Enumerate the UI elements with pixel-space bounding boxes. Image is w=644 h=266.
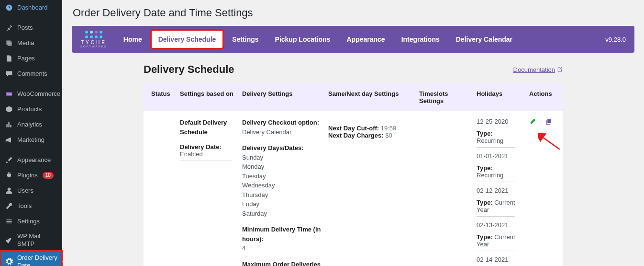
sidebar-label: Users [17,187,33,195]
plug-icon [5,171,13,180]
megaphone-icon [5,136,13,144]
pin-icon [5,23,13,32]
box-icon [5,105,13,114]
th-timeslots: Timeslots Settings [416,90,474,104]
annotation-arrow [538,133,563,154]
svg-point-2 [8,188,11,191]
cell-holidays: 12-25-2020 Type:Recurring 01-01-2021 Typ… [474,118,526,263]
svg-line-3 [541,136,560,150]
page-icon [5,54,13,63]
sidebar-label: Order Delivery Date [17,254,58,266]
gear-icon [5,257,13,266]
sidebar-label: Media [17,39,34,47]
sidebar-item-woocommerce[interactable]: wooWooCommerce [0,86,62,102]
sidebar-label: Comments [17,70,47,78]
cell-delivery-settings: Delivery Checkout option:Delivery Calend… [239,118,325,266]
comment-icon [5,69,13,78]
sidebar-item-tools[interactable]: Tools [0,198,62,214]
external-link-icon [557,67,563,72]
th-settings-based-on: Settings based on [177,90,239,104]
sidebar-item-analytics[interactable]: Analytics [0,117,62,132]
cell-status: - [148,118,177,125]
sidebar-item-settings[interactable]: Settings [0,214,62,229]
tab-delivery-calendar[interactable]: Delivery Calendar [449,31,519,48]
brush-icon [5,156,13,164]
tab-delivery-schedule[interactable]: Delivery Schedule [152,31,223,48]
version-text: v9.28.0 [605,36,626,43]
th-actions: Actions [526,90,563,104]
update-badge: 10 [43,172,54,179]
sidebar-label: Settings [17,218,40,225]
tab-settings[interactable]: Settings [225,31,265,48]
edit-icon[interactable] [529,118,536,127]
bird-icon [5,236,13,244]
dashboard-icon [5,3,13,12]
user-icon [5,186,13,195]
sidebar-item-pages[interactable]: Pages [0,51,62,66]
sidebar-label: Appearance [17,156,51,164]
sidebar-label: WooCommerce [17,90,60,98]
sidebar-item-order-delivery-date[interactable]: Order Delivery Date [0,251,62,266]
woo-icon: woo [5,90,13,98]
tyche-logo: TYCHE SOFTWARES [80,31,107,48]
th-holidays: Holidays [474,90,526,104]
sidebar-item-comments[interactable]: Comments [0,66,62,81]
tab-integrations[interactable]: Integrations [395,31,446,48]
table-row: - Default Delivery Schedule Delivery Dat… [144,111,563,266]
tab-appearance[interactable]: Appearance [340,31,391,48]
sidebar-item-media[interactable]: Media [0,35,62,51]
th-delivery-settings: Delivery Settings [239,90,325,104]
sliders-icon [5,217,13,226]
documentation-link[interactable]: Documentation [513,66,563,73]
sidebar-label: Dashboard [17,4,48,12]
sidebar-label: Posts [17,24,33,32]
cell-timeslots [416,118,474,121]
sidebar-item-dashboard[interactable]: Dashboard [0,0,62,15]
media-icon [5,39,13,47]
sidebar-label: Pages [17,55,35,62]
wrench-icon [5,202,13,210]
cell-settings-based-on: Default Delivery Schedule Delivery Date:… [177,118,239,161]
schedule-table: Status Settings based on Delivery Settin… [144,83,563,266]
svg-text:woo: woo [6,93,11,95]
sidebar-item-marketing[interactable]: Marketing [0,132,62,148]
sidebar-label: Analytics [17,121,42,128]
plugin-topbar: TYCHE SOFTWARES Home Delivery Schedule S… [72,26,634,53]
content-area: Order Delivery Date and Time Settings TY… [62,0,644,266]
sidebar-item-products[interactable]: Products [0,102,62,117]
sidebar-label: Tools [17,202,32,210]
sidebar-item-posts[interactable]: Posts [0,20,62,35]
tab-home[interactable]: Home [117,31,149,48]
sidebar-item-wpmailsmtp[interactable]: WP Mail SMTP [0,229,62,251]
copy-icon[interactable] [545,118,552,127]
th-status: Status [148,90,177,104]
sidebar-label: Plugins [17,172,38,179]
tab-pickup-locations[interactable]: Pickup Locations [268,31,337,48]
sidebar-label: Marketing [17,136,44,144]
th-same-next: Same/Next day Settings [325,90,416,104]
sidebar-item-users[interactable]: Users [0,183,62,198]
sidebar-label: WP Mail SMTP [17,232,58,247]
table-header: Status Settings based on Delivery Settin… [144,83,563,111]
cell-actions: | [526,118,563,154]
sidebar-item-plugins[interactable]: Plugins10 [0,168,62,183]
chart-icon [5,120,13,129]
sidebar-item-appearance[interactable]: Appearance [0,152,62,168]
admin-sidebar: Dashboard Posts Media Pages Comments woo… [0,0,62,266]
section-title: Delivery Schedule [144,63,234,76]
page-title: Order Delivery Date and Time Settings [73,7,634,19]
cell-same-next: Next Day Cut-off: 19:59 Next Day Charges… [325,118,416,139]
sidebar-label: Products [17,105,42,113]
